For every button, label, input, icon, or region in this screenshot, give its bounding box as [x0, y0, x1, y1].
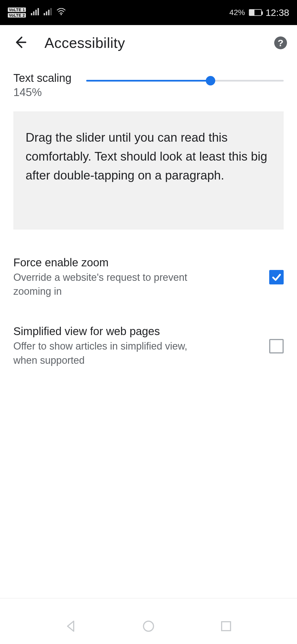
- nav-home-button[interactable]: [142, 620, 155, 634]
- bottom-divider: [0, 598, 297, 598]
- svg-point-8: [61, 14, 62, 15]
- simplified-view-row[interactable]: Simplified view for web pages Offer to s…: [13, 325, 284, 367]
- volte-1-badge: VoLTE 1: [8, 8, 26, 12]
- text-scaling-value: 145%: [13, 86, 42, 99]
- simplified-view-subtitle: Offer to show articles in simplified vie…: [13, 339, 214, 367]
- clock: 12:38: [266, 7, 289, 18]
- page-title: Accessibility: [44, 35, 256, 51]
- force-zoom-checkbox[interactable]: [269, 270, 284, 284]
- battery-icon: [249, 9, 262, 16]
- svg-rect-4: [44, 13, 45, 15]
- signal-icon: [31, 8, 39, 17]
- svg-rect-7: [50, 8, 52, 15]
- simplified-view-checkbox[interactable]: [269, 339, 284, 353]
- simplified-view-title: Simplified view for web pages: [13, 325, 263, 338]
- svg-rect-3: [38, 8, 39, 15]
- svg-rect-10: [222, 622, 231, 631]
- force-zoom-title: Force enable zoom: [13, 256, 263, 269]
- volte-2-badge: VoLTE 2: [8, 13, 26, 18]
- svg-rect-6: [48, 10, 50, 15]
- svg-point-9: [143, 621, 154, 631]
- preview-text: Drag the slider until you can read this …: [13, 111, 284, 230]
- nav-back-button[interactable]: [64, 620, 78, 634]
- svg-rect-0: [31, 13, 32, 15]
- help-button[interactable]: ?: [274, 36, 287, 49]
- status-bar: VoLTE 1 VoLTE 2 42% 12:38: [0, 0, 297, 25]
- signal-icon-2: [44, 8, 52, 17]
- text-scaling-slider[interactable]: [86, 74, 284, 88]
- svg-rect-5: [46, 11, 47, 15]
- svg-rect-1: [33, 11, 34, 15]
- battery-percent: 42%: [229, 8, 245, 17]
- nav-bar: [0, 609, 297, 644]
- svg-rect-2: [35, 10, 37, 15]
- nav-recent-button[interactable]: [219, 620, 233, 634]
- back-button[interactable]: [13, 36, 27, 50]
- force-zoom-row[interactable]: Force enable zoom Override a website's r…: [13, 256, 284, 299]
- help-icon: ?: [278, 38, 284, 48]
- wifi-icon: [56, 8, 66, 17]
- app-bar: Accessibility ?: [0, 25, 297, 61]
- force-zoom-subtitle: Override a website's request to prevent …: [13, 271, 214, 299]
